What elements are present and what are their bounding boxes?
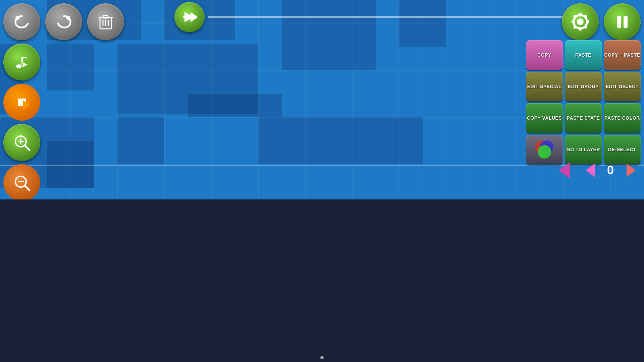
svg-marker-23 [191, 12, 198, 22]
zoom-in-button[interactable] [3, 124, 40, 161]
svg-rect-35 [617, 16, 621, 28]
svg-point-37 [535, 140, 549, 154]
edit-special-button[interactable]: EDIT SPECIAL [526, 72, 563, 101]
dot-indicator [320, 356, 324, 359]
svg-rect-10 [21, 57, 27, 58]
svg-point-39 [538, 145, 551, 159]
zoom-out-icon [13, 174, 31, 192]
edit-object-button[interactable]: EDIT OBJECT [604, 72, 641, 101]
svg-rect-33 [573, 25, 577, 29]
svg-marker-0 [15, 16, 20, 21]
speed-button[interactable] [174, 2, 205, 32]
paste-state-button[interactable]: PASTE STATE [565, 103, 602, 133]
copy-values-button[interactable]: COPY VALUES [526, 103, 563, 133]
svg-rect-36 [624, 16, 628, 28]
zoom-in-icon [13, 133, 31, 152]
svg-point-19 [15, 176, 26, 187]
editor-area: COPY PASTE COPY + PASTE EDIT SPECIAL EDI… [0, 0, 644, 199]
layer-number: 0 [604, 163, 617, 177]
svg-rect-27 [579, 13, 582, 16]
svg-rect-28 [579, 27, 582, 31]
redo-button[interactable] [45, 3, 82, 40]
right-panel: COPY PASTE COPY + PASTE EDIT SPECIAL EDI… [526, 40, 641, 164]
layer-prev-small-icon [583, 162, 596, 179]
svg-marker-41 [586, 164, 595, 177]
svg-point-15 [15, 136, 26, 147]
speed-bar-container [174, 6, 570, 28]
zoom-out-button[interactable] [3, 164, 40, 199]
svg-marker-22 [184, 12, 195, 22]
layer-prev-big-icon [555, 160, 572, 180]
svg-rect-32 [584, 25, 587, 29]
pause-icon [613, 13, 632, 31]
svg-marker-40 [558, 162, 570, 179]
undo-icon [13, 13, 31, 31]
svg-rect-13 [18, 99, 26, 106]
layer-prev-big[interactable] [552, 159, 575, 182]
layer-next-small[interactable] [622, 161, 641, 180]
svg-point-8 [16, 64, 21, 68]
top-left-buttons [3, 3, 124, 40]
music-play-icon [13, 53, 31, 71]
color-circles-icon [533, 138, 556, 161]
right-panel-row-1: COPY PASTE COPY + PASTE [526, 40, 641, 70]
svg-marker-12 [23, 62, 27, 67]
paste-color-button[interactable]: PASTE COLOR [604, 103, 641, 133]
copy-button[interactable]: COPY [526, 40, 563, 70]
svg-point-38 [540, 140, 553, 154]
stop-button[interactable] [3, 84, 40, 121]
svg-rect-34 [584, 14, 587, 18]
svg-rect-4 [103, 15, 108, 18]
pause-button[interactable] [604, 3, 641, 40]
trash-icon [97, 13, 114, 31]
svg-point-25 [577, 18, 584, 25]
svg-rect-2 [100, 17, 111, 29]
svg-rect-30 [586, 20, 589, 23]
svg-line-21 [25, 186, 30, 190]
horizon-line [0, 165, 644, 166]
right-panel-row-2: EDIT SPECIAL EDIT GROUP EDIT OBJECT [526, 72, 641, 101]
top-right-buttons [562, 3, 641, 40]
speed-slider-track[interactable] [208, 16, 570, 18]
svg-point-26 [574, 15, 587, 28]
stop-icon [13, 93, 31, 112]
settings-button[interactable] [562, 3, 599, 40]
paste-button[interactable]: PASTE [565, 40, 602, 70]
svg-marker-42 [627, 164, 636, 177]
undo-button[interactable] [3, 3, 40, 40]
right-panel-row-3: COPY VALUES PASTE STATE PASTE COLOR [526, 103, 641, 133]
svg-marker-1 [66, 16, 70, 21]
svg-marker-11 [22, 62, 28, 68]
svg-rect-29 [572, 20, 575, 23]
layer-nav: 0 [552, 159, 641, 182]
music-button[interactable] [3, 44, 40, 80]
layer-next-small-icon [625, 162, 638, 179]
svg-rect-9 [21, 57, 23, 66]
left-side-buttons [3, 44, 40, 199]
bottom-toolbar: BUILD EDIT DELETE [0, 199, 644, 362]
svg-marker-14 [23, 100, 30, 110]
trash-button[interactable] [87, 3, 124, 40]
speed-icon [181, 9, 198, 25]
copy-paste-button[interactable]: COPY + PASTE [604, 40, 641, 70]
edit-group-button[interactable]: EDIT GROUP [565, 72, 602, 101]
settings-icon [570, 12, 590, 32]
redo-icon [55, 13, 73, 31]
svg-line-18 [25, 145, 30, 150]
svg-rect-31 [573, 14, 577, 18]
layer-prev-small[interactable] [580, 161, 599, 180]
